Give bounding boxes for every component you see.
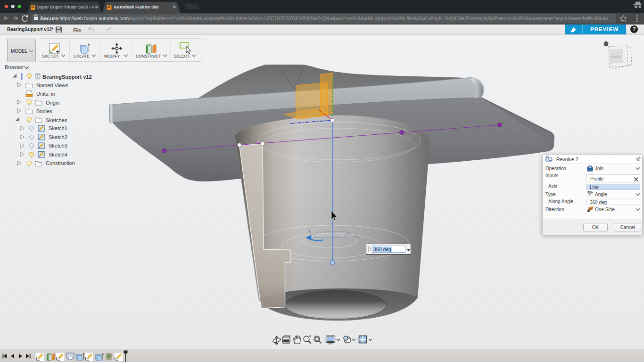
svg-text:MODIFY: MODIFY xyxy=(104,54,120,58)
svg-text:Autodesk Fusion 360: Autodesk Fusion 360 xyxy=(114,4,159,9)
svg-text:BearingSupport v12: BearingSupport v12 xyxy=(42,74,92,80)
svg-text:SKETCH: SKETCH xyxy=(42,54,58,58)
svg-text:Bodies: Bodies xyxy=(36,108,52,114)
svg-text:Sketch3: Sketch3 xyxy=(49,143,67,148)
svg-text:Units: in: Units: in xyxy=(36,91,55,97)
svg-text:Sketch4: Sketch4 xyxy=(49,152,67,157)
svg-text:File: File xyxy=(73,27,81,33)
svg-text:/app/sc?wipfolderurn=urn%3Aads: /app/sc?wipfolderurn=urn%3Aadsk.wipprod%… xyxy=(129,16,612,21)
svg-text:Super Duper Router 5000 - FU: Super Duper Router 5000 - FU xyxy=(37,4,98,9)
svg-text:Secure: Secure xyxy=(40,16,58,21)
svg-text:RIGHT: RIGHT xyxy=(611,55,622,59)
svg-text:Origin: Origin xyxy=(46,100,59,106)
svg-text:Sketch1: Sketch1 xyxy=(49,125,67,131)
svg-text:Sketches: Sketches xyxy=(46,117,67,123)
svg-text:https://web.fusion.autodesk.co: https://web.fusion.autodesk.com xyxy=(59,16,129,21)
svg-text:CONSTRUCT: CONSTRUCT xyxy=(136,54,161,58)
svg-text:CREATE: CREATE xyxy=(74,54,90,58)
svg-text:SELECT: SELECT xyxy=(174,54,190,58)
svg-text:Construction: Construction xyxy=(46,160,75,166)
svg-text:Named Views: Named Views xyxy=(36,82,68,88)
svg-text:Sketch2: Sketch2 xyxy=(49,134,67,140)
svg-text:Browser: Browser xyxy=(5,65,24,70)
